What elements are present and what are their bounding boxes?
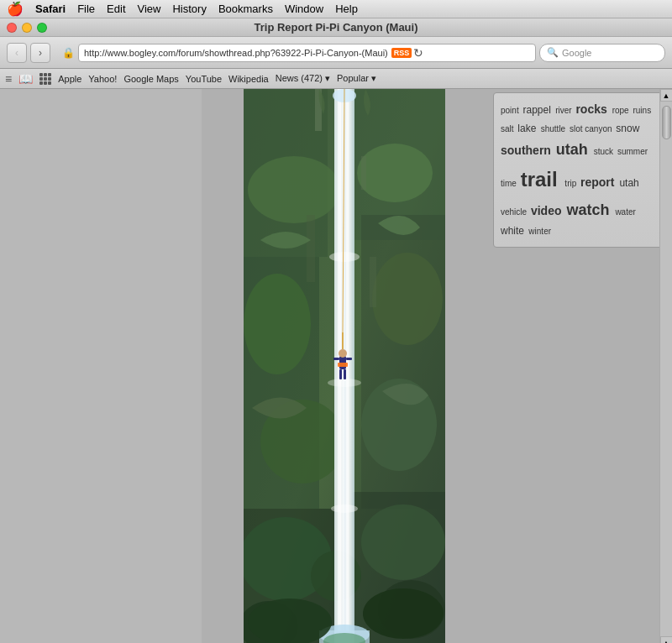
bookmark-button[interactable]: 📖 [18,72,33,86]
svg-point-9 [244,274,311,374]
svg-rect-36 [333,358,339,360]
tag-winter[interactable]: winter [528,227,551,236]
svg-rect-37 [346,358,352,360]
bookmark-news[interactable]: News (472) ▾ [276,73,330,84]
bookmark-popular[interactable]: Popular ▾ [337,73,376,84]
bookmark-apple[interactable]: Apple [58,74,81,84]
tag-slot canyon[interactable]: slot canyon [570,124,614,133]
scrollbar-track: ▲ ▲ ▼ [659,89,672,643]
menu-window[interactable]: Window [285,3,323,15]
waterfall-image [244,89,445,643]
left-sidebar [0,89,202,643]
waterfall-container [244,89,445,643]
bookmark-yahoo[interactable]: Yahoo! [88,74,117,84]
bookmark-wikipedia[interactable]: Wikipedia [228,74,269,84]
tag-cloud-content: point rappel river rocks rope ruins salt… [501,100,658,240]
content-area: point rappel river rocks rope ruins salt… [0,89,672,643]
search-icon: 🔍 [547,47,559,58]
waterfall-svg [244,89,445,643]
menu-file[interactable]: File [77,3,95,15]
forward-button[interactable]: › [30,43,50,63]
tag-stuck[interactable]: stuck [594,147,616,156]
tag-trail[interactable]: trail [521,168,564,191]
toolbar: ‹ › 🔒 http://www.bogley.com/forum/showth… [0,37,672,69]
title-bar: Trip Report Pi-Pi Canyon (Maui) [0,18,672,37]
bookmarks-bar: ≡ 📖 Apple Yahoo! Google Maps YouTube Wik… [0,69,672,89]
menu-edit[interactable]: Edit [107,3,125,15]
tag-water[interactable]: water [615,207,635,217]
apple-menu[interactable]: 🍎 [7,1,24,17]
tag-trip[interactable]: trip [564,179,579,188]
tag-video[interactable]: video [531,204,564,217]
tag-river[interactable]: river [555,106,574,115]
svg-rect-20 [307,215,315,282]
scrollbar-arrows-bottom: ▲ ▼ [660,636,673,643]
svg-point-10 [372,253,443,345]
search-placeholder: Google [562,48,591,58]
tag-summer[interactable]: summer [617,147,648,156]
tag-white[interactable]: white [501,225,527,237]
menu-bookmarks[interactable]: Bookmarks [218,3,273,15]
menu-history[interactable]: History [172,3,206,15]
tag-rocks[interactable]: rocks [575,102,610,116]
tag-rappel[interactable]: rappel [522,104,554,116]
tag-utah[interactable]: utah [619,177,638,189]
tag-shuttle[interactable]: shuttle [541,124,568,133]
tag-lake[interactable]: lake [517,123,538,134]
menu-view[interactable]: View [138,3,161,15]
page-title: Trip Report Pi-Pi Canyon (Maui) [254,21,417,34]
minimize-button[interactable] [22,23,32,33]
grid-button[interactable] [39,73,51,85]
scrollbar-up-arrow[interactable]: ▲ [660,89,673,102]
right-panel: point rappel river rocks rope ruins salt… [487,89,672,643]
address-bar-wrap: 🔒 http://www.bogley.com/forum/showthread… [62,44,536,62]
svg-point-14 [361,504,445,580]
tag-snow[interactable]: snow [616,123,639,134]
svg-rect-34 [339,369,342,379]
tag-vehicle[interactable]: vehicle [501,207,529,217]
bookmark-youtube[interactable]: YouTube [186,74,222,84]
svg-rect-21 [370,257,376,307]
svg-rect-39 [338,363,348,367]
svg-point-26 [329,252,360,262]
refresh-button[interactable]: ↻ [413,46,423,60]
tag-point[interactable]: point [501,106,521,115]
svg-rect-35 [344,369,346,379]
close-button[interactable] [7,23,17,33]
tag-rope[interactable]: rope [612,106,632,115]
window-controls [7,23,47,33]
tag-report[interactable]: report [580,175,617,189]
tag-utah[interactable]: utah [556,141,592,158]
address-text: http://www.bogley.com/forum/showthread.p… [84,48,388,58]
search-bar[interactable]: 🔍 Google [539,44,665,62]
tag-ruins[interactable]: ruins [633,106,651,115]
tag-salt[interactable]: salt [501,124,516,133]
scrollbar-down-arrow-1[interactable]: ▲ [660,636,673,643]
reader-button[interactable]: ≡ [5,72,12,86]
lock-icon: 🔒 [62,47,75,59]
svg-rect-19 [361,156,366,190]
address-bar[interactable]: http://www.bogley.com/forum/showthread.p… [78,44,536,62]
tag-watch[interactable]: watch [566,201,613,218]
bookmark-google-maps[interactable]: Google Maps [123,74,178,84]
tag-southern[interactable]: southern [501,144,554,157]
menu-safari[interactable]: Safari [35,3,66,15]
svg-point-42 [363,588,444,639]
maximize-button[interactable] [37,23,47,33]
scrollbar-thumb[interactable] [662,106,671,139]
svg-point-33 [339,349,347,358]
svg-point-28 [331,504,358,513]
svg-point-8 [357,144,433,202]
tag-time[interactable]: time [501,179,519,188]
svg-point-27 [328,379,361,387]
svg-point-7 [248,156,340,223]
tag-cloud-box: point rappel river rocks rope ruins salt… [493,92,665,248]
rss-badge[interactable]: RSS [391,48,412,58]
menu-help[interactable]: Help [335,3,358,15]
menu-bar: 🍎 Safari File Edit View History Bookmark… [0,0,672,18]
back-button[interactable]: ‹ [7,43,27,63]
